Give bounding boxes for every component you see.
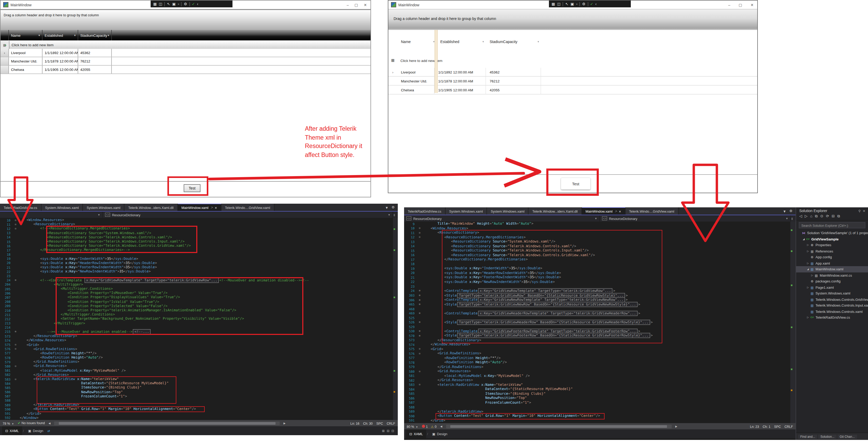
code-line[interactable]: 11⊟<ResourceDictionary> [0,222,393,226]
code-line[interactable]: 465⊞<StyleTargetType="telerik:GridViewNe… [404,302,790,306]
collapsed-region[interactable]: x:Key="GridViewRowTemplate" TargetType="… [478,288,613,293]
filter-funnel-icon[interactable]: ▼ [482,40,485,43]
maximize-button[interactable]: ▢ [354,3,358,6]
code-line[interactable]: 17</ResourceDictionary.MergedDictionarie… [0,248,393,252]
vertical-scrollbar[interactable] [393,218,398,420]
check-icon[interactable]: ✓ [192,1,195,7]
zoom-select[interactable]: 80 %▼ [407,424,418,428]
code-line[interactable]: 213</MultiTrigger> [0,321,393,325]
table-cell[interactable]: Chelsea [397,86,435,94]
code-line[interactable]: 574</Window.Resources> [0,338,393,343]
record-icon[interactable]: ◫ [159,1,162,7]
collapsed-region[interactable]: TargetType="telerik:GridViewNewRow" Base… [457,302,638,307]
code-line[interactable]: 584DataContext="{StaticResource MyViewMo… [404,387,790,391]
code-line[interactable]: 19<sys:Double x:Key="IndentWidth">35</sy… [404,266,790,271]
add-new-item-row[interactable]: ▦ Click here to add new item [389,53,757,68]
filter-funnel-icon[interactable]: ▼ [537,40,539,43]
code-editor[interactable]: 10⊟<Window.Resources>11⊟<ResourceDiction… [0,218,393,420]
breadcrumb-section[interactable]: <> ResourceDictionary ▼ [103,211,393,218]
code-line[interactable]: 573</ResourceDictionary> [0,334,393,338]
fold-marker[interactable]: ⊟ [417,352,422,355]
fold-marker[interactable]: ⊟ [417,348,422,350]
live-property-explorer-icon[interactable]: ▦ [552,1,555,7]
table-cell[interactable]: 1/1/1905 12:00:00 AM [435,86,486,94]
table-cell[interactable]: 76212 [78,57,112,65]
code-line[interactable]: 209<Condition Property="IsSelected" Valu… [0,304,393,308]
test-button-themed[interactable]: Test [561,178,590,189]
code-line[interactable]: 525 [404,316,790,320]
code-editor[interactable]: 9Title="MainWindow" Height="Auto" Width=… [404,222,790,423]
tab-solution[interactable]: Solution... [818,434,837,439]
code-line[interactable]: 303⊞<StyleTargetType="telerik:GridViewRo… [404,293,790,298]
code-line[interactable]: 589</telerik:RadGridView> [0,403,393,407]
code-line[interactable]: 468 [404,306,790,311]
code-line[interactable]: 9Title="MainWindow" Height="Auto" Width=… [404,222,790,226]
display-adorners-icon[interactable]: ▣ [570,1,574,7]
fold-marker[interactable]: ⊞ [417,294,422,297]
column-header-name[interactable]: Name▼ [9,30,42,40]
code-line[interactable]: 21<sys:Double x:Key="FooterRowIndentWidt… [0,265,393,269]
fold-marker[interactable]: ⊟ [13,227,18,230]
code-line[interactable]: 214 [0,325,393,329]
pin-icon[interactable]: ⊤ [614,209,618,213]
fold-marker[interactable]: ⊟ [13,218,18,221]
table-row[interactable]: ›Liverpool1/1/1892 12:00:00 AM45362 [389,68,757,77]
tree-item-mainwindow-xaml[interactable]: ◢▤MainWindow.xaml [796,266,868,272]
expander-icon[interactable]: ▷ [810,274,814,277]
code-line[interactable]: 588 [404,405,790,409]
column-header-established[interactable]: Established▼ [42,30,78,40]
table-cell[interactable]: Liverpool [9,49,42,57]
gear-icon[interactable]: ⚙ [789,209,793,213]
code-line[interactable]: 208<Condition Property="IsValid" Value="… [0,299,393,304]
code-line[interactable]: 17</ResourceDictionary.MergedDictionarie… [404,257,790,262]
table-cell[interactable]: Manchester Utd. [9,57,42,65]
table-cell[interactable]: 45362 [486,68,541,76]
code-line[interactable]: 579</Grid.RowDefinitions> [0,360,393,364]
fold-marker[interactable]: ⊞ [417,321,422,323]
table-row[interactable]: ›Liverpool1/1/1892 12:00:00 AM45362 [1,49,371,57]
table-row[interactable]: Manchester Utd.1/1/1878 12:00:00 AM76212 [389,77,757,86]
column-header-stadiumcapacity[interactable]: StadiumCapacity▼ [78,30,112,40]
track-focus-icon[interactable]: ▫ [178,1,179,7]
code-line[interactable]: 587FrozenColumnCount="1"> [404,400,790,405]
code-line[interactable]: 13<ResourceDictionary Source="System.Win… [404,239,790,244]
code-line[interactable]: 581<local:MyViewModel x:Key="MyViewModel… [0,368,393,373]
code-line[interactable]: 586NewRowPosition="Top" [404,396,790,400]
error-count[interactable]: 1⚠0 [422,424,437,428]
code-line[interactable]: 592</Window> [0,415,393,420]
split-vertical-icon[interactable]: ⊟ [387,429,390,433]
expander-icon[interactable]: ▷ [806,250,810,253]
code-line[interactable]: 570⊞<StyleTargetType="telerik:GridViewFo… [404,333,790,338]
select-element-icon[interactable]: ↖ [167,1,170,7]
check-icon[interactable]: ✓ [590,1,593,7]
code-line[interactable]: 207<Condition Property="DisplayVisualCue… [0,295,393,299]
design-view-tab[interactable]: ▣Design [429,430,451,438]
fold-marker[interactable]: ⊟ [13,378,18,380]
code-line[interactable]: 21<sys:Double x:Key="FooterRowIndentWidt… [404,275,790,279]
code-line[interactable]: 20<sys:Double x:Key="HeaderRowIndentWidt… [0,261,393,265]
tab-telerik-window-iders-xaml-dll[interactable]: Telerik.Window...iders.Xaml.dll [125,204,178,211]
scroll-left-icon[interactable]: ◀ [440,425,442,428]
frozen-column-splitter[interactable] [435,30,438,93]
code-line[interactable]: 20<sys:Double x:Key="HeaderRowIndentWidt… [404,271,790,275]
table-cell[interactable]: 76212 [486,77,541,85]
scroll-left-icon[interactable]: ◀ [49,421,51,425]
scroll-right-icon[interactable]: ▶ [675,425,677,428]
minimize-button[interactable]: – [728,3,730,6]
tab-mainwindow-xaml[interactable]: MainWindow.xaml⊤✕ [582,207,625,215]
column-header-established[interactable]: Established▼ [437,40,486,43]
hot-reload-icon[interactable]: ⚙ [184,1,187,7]
tree-item-telerik-windows-controls-gridview-xaml[interactable]: ▤Telerik.Windows.Controls.GridView.xaml [796,296,868,302]
code-line[interactable]: 204<MultiTrigger> [0,283,393,287]
fold-marker[interactable]: ⊞ [417,298,422,301]
spaces-indicator[interactable]: SPC [774,424,781,428]
fold-marker[interactable]: ⊞ [417,290,422,292]
code-line[interactable]: 588 [0,399,393,403]
back-icon[interactable]: ◁ [799,214,802,218]
tab-find[interactable]: Find and... [798,434,817,439]
fold-marker[interactable]: ⊞ [417,330,422,332]
fold-marker[interactable]: ⊟ [13,365,18,367]
tree-item-gridviewsample[interactable]: ◢C#GridViewSample [796,236,868,242]
code-line[interactable]: 24⊞<!--<ControlTemplate x:Key="GridViewR… [0,278,393,282]
record-icon[interactable]: ◫ [557,1,560,7]
